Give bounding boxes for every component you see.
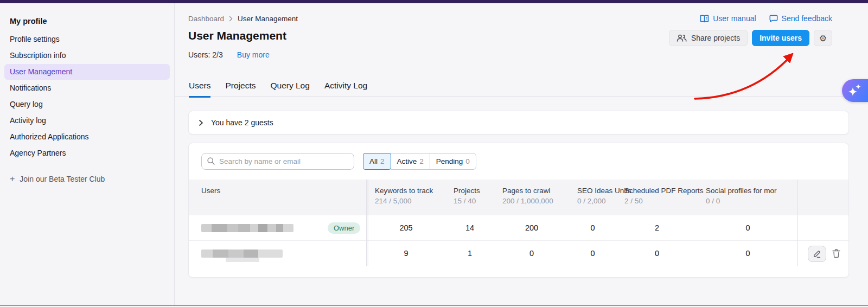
invite-users-button[interactable]: Invite users [752, 30, 809, 46]
filter-all-label: All [369, 157, 378, 165]
table-row: 9 1 0 0 0 0 [189, 241, 849, 266]
guests-banner-text: You have 2 guests [211, 118, 273, 127]
gear-icon: ⚙ [819, 33, 827, 43]
feedback-bubble-icon [769, 15, 778, 23]
column-projects: Projects [454, 187, 494, 195]
buy-more-link[interactable]: Buy more [237, 50, 270, 59]
edit-user-button[interactable] [808, 246, 826, 262]
owner-badge: Owner [328, 222, 360, 234]
sidebar-item-profile-settings[interactable]: Profile settings [4, 31, 170, 47]
actions-column-divider [797, 180, 798, 266]
redacted-user-name [201, 250, 283, 258]
sidebar-item-activity-log[interactable]: Activity log [4, 113, 170, 129]
column-seo-ideas: SEO Ideas Units [577, 187, 616, 195]
filter-pending-label: Pending [436, 157, 463, 165]
sparkles-icon [847, 83, 863, 98]
join-beta-tester-club-link[interactable]: + Join our Beta Tester Club [4, 172, 170, 186]
cell-pdf-reports: 0 [616, 241, 698, 266]
sidebar-item-authorized-applications[interactable]: Authorized Applications [4, 129, 170, 145]
tab-users[interactable]: Users [189, 81, 210, 98]
users-table-card: All 2 Active 2 Pending 0 Users Keywords … [188, 143, 849, 278]
delete-user-button[interactable] [832, 249, 840, 258]
share-projects-button[interactable]: Share projects [669, 30, 748, 46]
pencil-icon [813, 250, 821, 258]
cell-pages: 200 [494, 215, 569, 241]
profile-sidebar: My profile Profile settings Subscription… [0, 3, 175, 305]
plus-icon: + [10, 175, 15, 183]
filter-pending-count: 0 [465, 157, 470, 165]
column-pages-usage: 200 / 1,000,000 [502, 197, 569, 205]
header-actions: Share projects Invite users ⚙ [669, 30, 832, 46]
column-pdf-reports-usage: 2 / 50 [624, 197, 698, 205]
search-input[interactable] [201, 153, 354, 170]
sidebar-item-query-log[interactable]: Query log [4, 97, 170, 112]
user-management-page: My profile Profile settings Subscription… [0, 0, 868, 307]
cell-pdf-reports: 2 [616, 215, 698, 241]
send-feedback-label: Send feedback [782, 14, 832, 23]
breadcrumb: Dashboard User Management [188, 15, 298, 23]
cell-social: 0 [698, 241, 798, 266]
breadcrumb-dashboard[interactable]: Dashboard [188, 15, 224, 23]
help-links: User manual Send feedback [700, 14, 832, 23]
user-manual-link[interactable]: User manual [700, 14, 756, 23]
users-count: Users: 2/3 [188, 50, 223, 59]
column-keywords: Keywords to track [375, 187, 445, 195]
cell-keywords: 9 [367, 241, 445, 266]
filter-active[interactable]: Active 2 [391, 153, 430, 170]
user-manual-label: User manual [713, 14, 756, 23]
filter-active-label: Active [397, 157, 417, 165]
filter-all[interactable]: All 2 [363, 153, 391, 170]
column-projects-usage: 15 / 40 [454, 197, 494, 205]
beta-link-label: Join our Beta Tester Club [20, 175, 105, 183]
guests-expander[interactable]: You have 2 guests [188, 111, 849, 135]
tab-query-log[interactable]: Query Log [270, 81, 309, 98]
sidebar-item-user-management[interactable]: User Management [4, 64, 170, 80]
search-field-wrap [201, 153, 354, 170]
column-keywords-usage: 214 / 5,000 [375, 197, 445, 205]
column-social-profiles: Social profiles for mor [706, 187, 798, 195]
column-users: Users [201, 187, 367, 195]
page-title: User Management [188, 29, 286, 42]
invite-users-label: Invite users [760, 34, 802, 42]
redacted-user-name [201, 224, 293, 232]
search-icon [207, 157, 215, 165]
filter-all-count: 2 [380, 157, 385, 165]
sidebar-item-subscription-info[interactable]: Subscription info [4, 48, 170, 63]
cell-seo-ideas: 0 [569, 241, 616, 266]
people-icon [676, 34, 687, 42]
settings-button[interactable]: ⚙ [814, 30, 832, 46]
window-bottom-edge [0, 305, 868, 306]
column-pages-to-crawl: Pages to crawl [502, 187, 569, 195]
users-summary-row: Users: 2/3 Buy more [188, 50, 270, 59]
cell-projects: 14 [445, 215, 494, 241]
column-social-usage: 0 / 0 [706, 197, 798, 205]
share-projects-label: Share projects [691, 34, 740, 42]
breadcrumb-current: User Management [238, 15, 298, 23]
send-feedback-link[interactable]: Send feedback [769, 14, 832, 23]
cell-social: 0 [698, 215, 798, 241]
fixed-column-divider [366, 180, 367, 266]
cell-pages: 0 [494, 241, 569, 266]
sidebar-item-agency-partners[interactable]: Agency Partners [4, 145, 170, 161]
cell-seo-ideas: 0 [569, 215, 616, 241]
status-filter-group: All 2 Active 2 Pending 0 [363, 153, 476, 170]
cell-projects: 1 [445, 241, 494, 266]
chevron-expand-icon [199, 119, 203, 126]
filter-active-count: 2 [419, 157, 424, 165]
column-pdf-reports: Scheduled PDF Reports [624, 187, 698, 195]
sidebar-item-notifications[interactable]: Notifications [4, 80, 170, 96]
sidebar-title: My profile [0, 15, 174, 31]
trash-icon [832, 249, 840, 258]
tab-activity-log[interactable]: Activity Log [324, 81, 367, 98]
book-icon [700, 15, 709, 23]
ai-assistant-button[interactable] [842, 79, 868, 102]
tab-projects[interactable]: Projects [225, 81, 256, 98]
table-row: Owner 205 14 200 0 2 0 [189, 215, 849, 241]
cell-keywords: 205 [367, 215, 445, 241]
section-tabs: Users Projects Query Log Activity Log [189, 81, 367, 98]
column-seo-ideas-usage: 0 / 2,000 [577, 197, 616, 205]
filter-pending[interactable]: Pending 0 [430, 153, 476, 170]
table-header: Users Keywords to track214 / 5,000 Proje… [189, 180, 849, 215]
chevron-right-icon [229, 16, 233, 22]
